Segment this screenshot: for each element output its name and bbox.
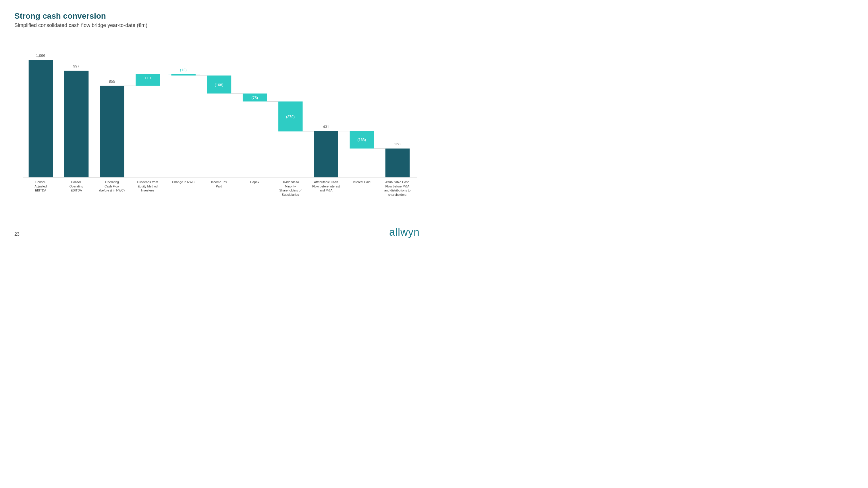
svg-text:Operating: Operating (105, 180, 119, 184)
bar-op-cash-flow (100, 86, 124, 177)
svg-text:1,096: 1,096 (36, 54, 45, 58)
svg-text:Shareholders of: Shareholders of (279, 189, 302, 192)
svg-text:Operating: Operating (69, 185, 83, 188)
svg-text:(12): (12) (180, 68, 187, 72)
page-title: Strong cash conversion (14, 11, 420, 21)
svg-text:Interest Paid: Interest Paid (353, 180, 371, 184)
svg-text:268: 268 (394, 142, 401, 147)
svg-text:Capex: Capex (250, 180, 259, 184)
svg-text:Subsidiaries: Subsidiaries (282, 193, 299, 196)
svg-text:997: 997 (73, 64, 80, 68)
svg-text:Adjusted: Adjusted (34, 185, 47, 188)
svg-text:Flow before M&A: Flow before M&A (385, 185, 410, 188)
svg-text:Flow before interest: Flow before interest (312, 185, 340, 188)
svg-text:855: 855 (109, 79, 115, 84)
svg-text:Income Tax: Income Tax (211, 180, 227, 184)
svg-text:431: 431 (323, 125, 329, 129)
svg-text:Consol.: Consol. (35, 180, 46, 184)
page-subtitle: Simplified consolidated cash flow bridge… (14, 22, 420, 28)
page: Strong cash conversion Simplified consol… (0, 0, 434, 244)
bar-attr-cf-interest (314, 131, 338, 177)
svg-text:and distributions to: and distributions to (384, 189, 411, 192)
logo-text: allwyn (389, 226, 420, 238)
svg-text:110: 110 (145, 76, 151, 80)
svg-text:shareholders: shareholders (388, 193, 407, 196)
svg-text:Cash Flow: Cash Flow (104, 185, 120, 188)
bar-change-nwc (172, 74, 195, 75)
svg-text:Consol.: Consol. (71, 180, 82, 184)
page-number: 23 (14, 232, 20, 237)
bar-attr-cf-ma (385, 149, 410, 177)
svg-text:and M&A: and M&A (320, 189, 333, 192)
svg-text:(before Δ in NWC): (before Δ in NWC) (99, 189, 125, 192)
svg-text:(163): (163) (357, 137, 366, 142)
bar-consol-adj-ebitda (29, 60, 53, 177)
svg-text:EBITDA: EBITDA (35, 189, 46, 192)
svg-text:Investees: Investees (141, 189, 155, 192)
svg-text:Attributable Cash: Attributable Cash (314, 180, 338, 184)
svg-text:EBITDA: EBITDA (71, 189, 82, 192)
svg-text:(279): (279) (286, 115, 295, 119)
svg-text:Equity Method: Equity Method (137, 185, 158, 188)
svg-text:Attributable Cash: Attributable Cash (385, 180, 410, 184)
chart-area: 1,096 997 855 110 (14, 34, 420, 212)
bar-consol-op-ebitda (64, 71, 89, 177)
svg-text:Minority: Minority (285, 185, 296, 188)
svg-text:Dividends to: Dividends to (282, 180, 299, 184)
logo: allwyn (389, 226, 420, 238)
svg-text:Change in NWC: Change in NWC (172, 180, 195, 184)
waterfall-chart: 1,096 997 855 110 (14, 34, 420, 212)
svg-text:(168): (168) (215, 83, 223, 87)
svg-text:(75): (75) (251, 96, 258, 100)
svg-text:Dividends from: Dividends from (137, 180, 158, 184)
svg-text:Paid: Paid (216, 185, 222, 188)
